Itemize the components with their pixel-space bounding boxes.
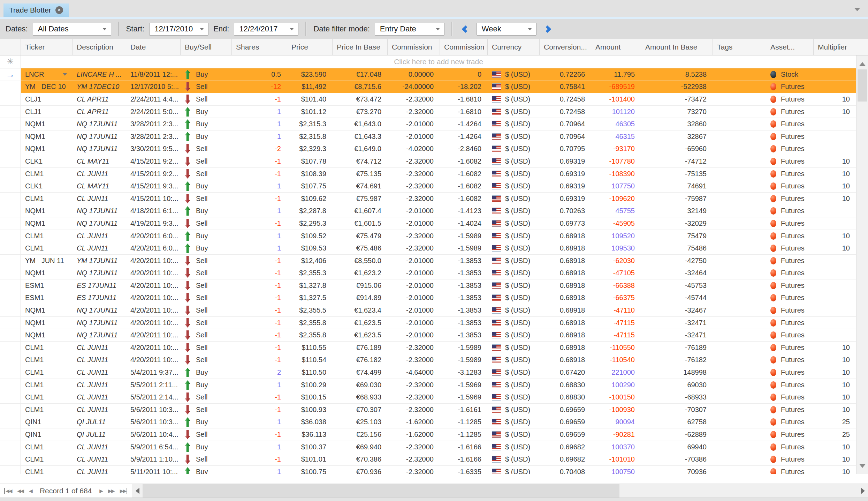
cell-amount[interactable]: -101400 [591,93,641,105]
cell-asset[interactable]: Futures [766,118,814,130]
cell-shares[interactable]: 0.5 [232,68,287,81]
cell-ticker[interactable]: ESM1 [21,279,73,292]
cell-commission[interactable]: -2.01000 [388,130,440,143]
cell-asset[interactable]: Futures [766,155,814,167]
cell-description[interactable]: CL JUN11 [73,342,126,354]
cell-commission_in_base[interactable]: -1.6335 [440,466,488,474]
cell-multiplier[interactable]: 10 [814,193,856,205]
cell-price_in_base[interactable]: €70.936 [333,466,388,474]
cell-multiplier[interactable] [814,205,856,217]
cell-conversion[interactable]: 0.69319 [540,193,591,205]
cell-amount[interactable]: -107780 [591,155,641,167]
previous-record-button[interactable]: ◀ [29,488,32,494]
cell-date[interactable]: 4/19/2011 9:3... [126,217,181,230]
table-row[interactable]: NQM1NQ 17JUN114/20/2011 10:...Sell-1$2,3… [0,329,868,342]
cell-amount[interactable]: -101010 [591,453,641,465]
cell-multiplier[interactable]: 10 [814,155,856,167]
cell-asset[interactable]: Futures [766,81,814,93]
cell-tags[interactable] [713,304,766,316]
cell-commission_in_base[interactable]: -1.6082 [440,155,488,167]
cell-conversion[interactable]: 0.70964 [540,130,591,143]
cell-currency[interactable]: $ (USD) [488,242,540,254]
cell-buysell[interactable]: Sell [181,453,232,465]
cell-tags[interactable] [713,217,766,230]
cell-currency[interactable]: $ (USD) [488,118,540,130]
cell-buysell[interactable]: Sell [181,155,232,167]
cell-shares[interactable]: -1 [232,217,287,230]
cell-price_in_base[interactable]: €69.940 [333,441,388,453]
cell-amount[interactable]: 221000 [591,366,641,379]
tabbar-chevron-down-icon[interactable] [854,8,860,11]
cell-description[interactable]: NQ 17JUN11 [73,267,126,279]
cell-buysell[interactable]: Sell [181,168,232,180]
cell-multiplier[interactable] [814,329,856,341]
cell-multiplier[interactable]: 10 [814,441,856,453]
cell-description[interactable]: CL JUN11 [73,404,126,416]
cell-shares[interactable]: -1 [232,255,287,267]
cell-date[interactable]: 5/9/2011 1:10... [126,453,181,465]
cell-conversion[interactable]: 0.72458 [540,106,591,118]
cell-amount_in_base[interactable]: 148998 [641,366,713,379]
cell-amount[interactable]: -62030 [591,255,641,267]
cell-amount_in_base[interactable]: 32867 [641,130,713,143]
cell-date[interactable]: 4/20/2011 10:... [126,279,181,292]
cell-commission[interactable]: -2.01000 [388,255,440,267]
cell-conversion[interactable]: 0.68918 [540,329,591,341]
cell-shares[interactable]: 1 [232,242,287,254]
cell-description[interactable]: CL JUN11 [73,453,126,465]
column-header-conversion[interactable]: Conversion... [540,39,591,55]
cell-amount[interactable]: -110550 [591,342,641,354]
cell-shares[interactable]: -12 [232,81,287,93]
cell-amount[interactable]: 11.795 [591,68,641,81]
cell-buysell[interactable]: Buy [181,130,232,143]
cell-date[interactable]: 4/15/2011 9:2... [126,168,181,180]
cell-ticker[interactable]: CLJ1 [21,106,73,118]
cell-conversion[interactable]: 0.69682 [540,441,591,453]
cell-asset[interactable]: Futures [766,168,814,180]
table-row[interactable]: CLM1CL JUN115/9/2011 1:10...Sell-1$101.0… [0,453,868,466]
scroll-down-arrow-icon[interactable] [856,460,868,471]
cell-commission_in_base[interactable]: -3.1283 [440,366,488,379]
cell-conversion[interactable]: 0.69682 [540,453,591,465]
cell-conversion[interactable]: 0.68918 [540,242,591,254]
cell-commission[interactable]: -2.32000 [388,453,440,465]
cell-asset[interactable]: Futures [766,205,814,217]
table-row[interactable]: CLM1CL JUN115/11/2011 10:...Buy1$100.75€… [0,466,868,474]
cell-price[interactable]: $36.038 [287,416,333,428]
cell-description[interactable]: CL JUN11 [73,354,126,366]
cell-asset[interactable]: Futures [766,279,814,292]
cell-conversion[interactable]: 0.70408 [540,466,591,474]
column-header-price_in_base[interactable]: Price In Base [333,39,388,55]
cell-tags[interactable] [713,106,766,118]
cell-date[interactable]: 4/20/2011 10:... [126,342,181,354]
cell-shares[interactable]: -1 [232,304,287,316]
cell-amount_in_base[interactable]: -68933 [641,391,713,403]
table-row[interactable]: CLJ1CL APR112/24/2011 5:0...Buy1$101.12€… [0,106,868,118]
cell-ticker[interactable]: NQM1 [21,317,73,329]
cell-tags[interactable] [713,242,766,254]
table-row[interactable]: CLK1CL MAY114/15/2011 9:3...Buy1$107.75€… [0,180,868,193]
cell-price[interactable]: $12,406 [287,255,333,267]
column-header-shares[interactable]: Shares [232,39,287,55]
next-period-button[interactable] [544,25,551,32]
cell-asset[interactable]: Futures [766,267,814,279]
cell-price[interactable]: $100.37 [287,441,333,453]
cell-commission_in_base[interactable]: -1.6810 [440,93,488,105]
tab-close-icon[interactable]: × [55,6,63,14]
cell-amount_in_base[interactable]: -75987 [641,193,713,205]
cell-commission_in_base[interactable]: -1.4264 [440,130,488,143]
cell-currency[interactable]: $ (USD) [488,143,540,155]
cell-amount_in_base[interactable]: 62758 [641,416,713,428]
cell-commission_in_base[interactable]: -1.6082 [440,180,488,192]
cell-description[interactable]: NQ 17JUN11 [73,118,126,130]
cell-ticker[interactable]: CLM1 [21,230,73,242]
cell-commission[interactable]: -2.32000 [388,242,440,254]
cell-description[interactable]: CL APR11 [73,93,126,105]
cell-conversion[interactable]: 0.68918 [540,317,591,329]
cell-conversion[interactable]: 0.67420 [540,366,591,379]
cell-commission_in_base[interactable]: -1.1285 [440,416,488,428]
cell-multiplier[interactable]: 10 [814,93,856,105]
cell-amount[interactable]: 109520 [591,230,641,242]
cell-price_in_base[interactable]: €1,623.4 [333,304,388,316]
cell-ticker[interactable]: CLM1 [21,242,73,254]
